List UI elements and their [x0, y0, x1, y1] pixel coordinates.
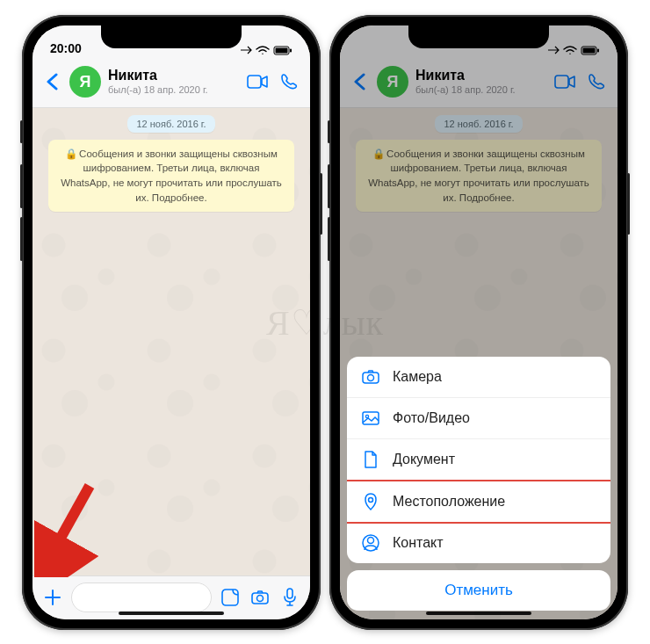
svg-rect-9	[287, 589, 292, 598]
sheet-label: Контакт	[393, 535, 444, 551]
contact-info[interactable]: Никита был(-а) 18 апр. 2020 г.	[108, 68, 238, 95]
sheet-label: Местоположение	[393, 494, 505, 510]
svg-point-17	[365, 415, 368, 417]
phone-right: Я Никита был(-а) 18 апр. 2020 г. 12 нояб…	[329, 15, 628, 630]
mic-button[interactable]	[278, 586, 301, 609]
sheet-label: Камера	[393, 369, 442, 385]
message-input[interactable]	[71, 582, 212, 612]
svg-rect-5	[248, 76, 261, 88]
back-button[interactable]	[41, 71, 62, 92]
sheet-item-document[interactable]: Документ	[347, 439, 610, 481]
sticker-button[interactable]	[219, 586, 242, 609]
chat-body[interactable]: 12 нояб. 2016 г. 🔒Сообщения и звонки защ…	[32, 108, 310, 575]
svg-point-8	[257, 596, 264, 602]
photo-icon	[361, 409, 380, 428]
home-indicator[interactable]	[119, 611, 224, 615]
home-indicator[interactable]	[426, 611, 531, 615]
sheet-item-photo[interactable]: Фото/Видео	[347, 398, 610, 439]
camera-icon	[361, 367, 380, 387]
sheet-cancel-button[interactable]: Отменить	[347, 570, 610, 611]
wifi-icon	[256, 46, 270, 54]
contact-icon	[361, 533, 380, 553]
avatar[interactable]: Я	[69, 66, 101, 98]
notch	[101, 25, 242, 48]
lock-icon: 🔒	[65, 147, 77, 162]
sheet-item-contact[interactable]: Контакт	[347, 523, 610, 563]
voice-call-button[interactable]	[277, 69, 301, 94]
location-icon	[361, 492, 380, 511]
svg-rect-4	[290, 48, 292, 52]
action-sheet: Камера Фото/Видео Документ	[340, 357, 618, 611]
svg-point-19	[368, 537, 374, 543]
notch	[408, 25, 549, 48]
status-icons	[240, 46, 292, 55]
date-pill: 12 нояб. 2016 г.	[127, 115, 214, 133]
sheet-label: Фото/Видео	[393, 410, 470, 426]
svg-point-18	[369, 497, 373, 502]
sheet-item-location[interactable]: Местоположение	[347, 480, 610, 524]
last-seen: был(-а) 18 апр. 2020 г.	[108, 84, 238, 96]
encryption-notice[interactable]: 🔒Сообщения и звонки защищены сквозным ши…	[48, 140, 294, 213]
svg-rect-6	[222, 590, 238, 605]
svg-point-15	[368, 374, 374, 380]
battery-icon	[273, 46, 292, 55]
sheet-item-camera[interactable]: Камера	[347, 357, 610, 398]
chat-header: Я Никита был(-а) 18 апр. 2020 г.	[32, 57, 310, 108]
sheet-label: Документ	[393, 452, 455, 467]
camera-button[interactable]	[249, 586, 271, 609]
airplane-icon	[240, 46, 252, 54]
document-icon	[361, 450, 380, 469]
contact-name: Никита	[108, 68, 238, 83]
video-call-button[interactable]	[245, 69, 270, 94]
svg-rect-3	[276, 47, 288, 53]
status-time: 20:00	[50, 41, 82, 55]
phone-left: 20:00 Я Никита был(-а) 18 апр. 2020 г.	[22, 15, 321, 630]
attach-button[interactable]	[41, 586, 64, 609]
